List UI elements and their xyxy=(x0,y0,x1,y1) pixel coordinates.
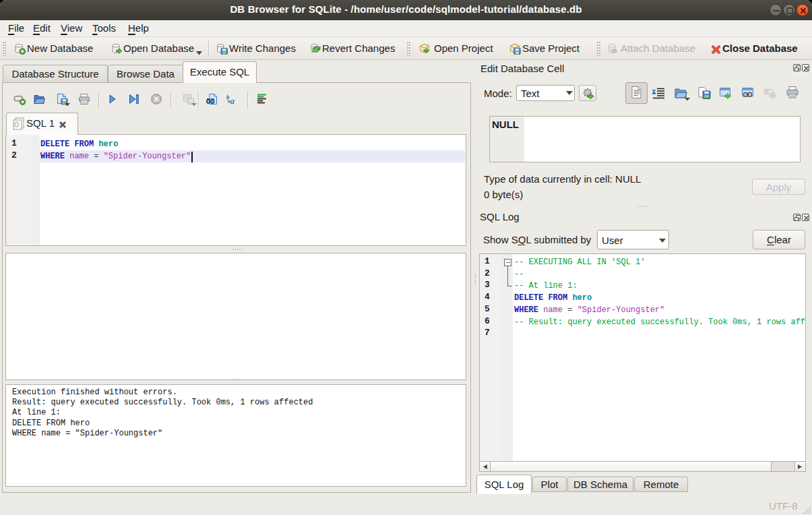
svg-text:a: a xyxy=(230,96,235,105)
svg-text:b: b xyxy=(226,94,230,100)
